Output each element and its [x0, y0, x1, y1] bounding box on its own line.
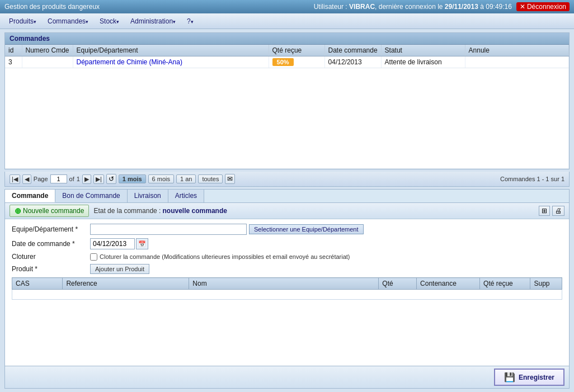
email-button[interactable]: ✉: [225, 174, 235, 184]
equipe-dept-input[interactable]: [90, 224, 247, 235]
save-icon: 💾: [504, 372, 515, 382]
form-content: Equipe/Département * Selectionner une Eq…: [5, 219, 569, 366]
refresh-button[interactable]: ↺: [106, 174, 116, 184]
title-bar-right: Utilisateur : VIBRAC, dernière connexion…: [314, 2, 570, 11]
first-page-button[interactable]: |◀: [10, 174, 20, 184]
cloturer-checkbox[interactable]: [90, 253, 97, 261]
menu-bar: Produits▾ Commandes▾ Stock▾ Administrati…: [0, 13, 574, 29]
col-nom: Nom: [189, 278, 379, 290]
chevron-down-icon: ▾: [34, 19, 36, 25]
main-content: Commandes id Numero Cmde Equipe/Départem…: [0, 29, 574, 392]
progress-badge: 50%: [272, 58, 294, 66]
menu-administration[interactable]: Administration▾: [126, 16, 180, 26]
chevron-down-icon: ▾: [86, 19, 88, 25]
col-qte-recue-prod: Qté reçue: [480, 278, 530, 290]
date-commande-label: Date de commande *: [12, 240, 90, 248]
equipe-dept-label: Equipe/Département *: [12, 225, 90, 233]
cloturer-label: Cloturer: [12, 253, 90, 261]
produit-row: Produit * Ajouter un Produit: [12, 264, 562, 274]
calendar-button[interactable]: 📅: [136, 238, 148, 249]
form-icons: ⊞ 🖨: [539, 206, 564, 216]
col-statut: Statut: [381, 45, 465, 56]
filter-1mois-button[interactable]: 1 mois: [119, 174, 146, 183]
form-status: Etat de la commande : nouvelle commande: [93, 207, 227, 215]
tab-articles[interactable]: Articles: [168, 190, 204, 202]
produit-label: Produit *: [12, 265, 90, 273]
plus-icon: ⊕: [15, 206, 21, 215]
app-title: Gestion des produits dangereux: [4, 3, 100, 11]
cell-numero: [22, 56, 73, 68]
menu-produits[interactable]: Produits▾: [4, 16, 41, 26]
col-annule: Annule: [465, 45, 568, 56]
col-qte-prod: Qté: [379, 278, 417, 290]
tab-commande[interactable]: Commande: [5, 190, 55, 202]
chevron-down-icon: ▾: [116, 19, 119, 25]
date-commande-row: Date de commande * 📅: [12, 238, 562, 249]
col-numero: Numero Cmde: [22, 45, 73, 56]
filter-1an-button[interactable]: 1 an: [176, 174, 196, 183]
col-qte: Qté reçue: [269, 45, 324, 56]
pagination-summary: Commandes 1 - 1 sur 1: [500, 176, 564, 182]
login-date: 29/11/2013: [445, 3, 478, 11]
cell-annule: [465, 56, 568, 68]
orders-header: Commandes: [5, 33, 569, 45]
dept-link[interactable]: Département de Chimie (Miné-Ana): [77, 58, 182, 66]
cell-id: 3: [5, 56, 22, 68]
username: VIBRAC: [349, 3, 375, 11]
prev-page-button[interactable]: ◀: [22, 174, 31, 184]
title-bar: Gestion des produits dangereux Utilisate…: [0, 0, 574, 13]
tab-livraison[interactable]: Livraison: [128, 190, 168, 202]
select-dept-button[interactable]: Selectionner une Equipe/Département: [249, 224, 364, 234]
of-label: of: [69, 176, 74, 182]
last-page-button[interactable]: ▶|: [93, 174, 104, 184]
logout-button[interactable]: ✕ Déconnexion: [516, 2, 570, 11]
save-button[interactable]: 💾 Enregistrer: [494, 369, 564, 386]
col-reference: Reference: [63, 278, 189, 290]
col-id: id: [5, 45, 22, 56]
table-row[interactable]: 3 Département de Chimie (Miné-Ana) 50% 0…: [5, 56, 569, 68]
chevron-down-icon: ▾: [191, 19, 194, 25]
cell-qte: 50%: [269, 56, 324, 68]
cloturer-area: Cloturer la commande (Modifications ulte…: [90, 253, 350, 261]
pagination-bar: |◀ ◀ Page of 1 ▶ ▶| ↺ 1 mois 6 mois 1 an…: [4, 172, 570, 187]
orders-table: id Numero Cmde Equipe/Département Qté re…: [5, 45, 569, 169]
filter-tous-button[interactable]: toutes: [198, 174, 223, 183]
col-contenance: Contenance: [417, 278, 480, 290]
orders-section: Commandes id Numero Cmde Equipe/Départem…: [4, 32, 570, 169]
cloturer-check-label: Cloturer la commande (Modifications ulte…: [100, 253, 350, 260]
tab-bon-de-commande[interactable]: Bon de Commande: [55, 190, 127, 202]
close-icon: ✕: [520, 3, 525, 11]
cell-statut: Attente de livraison: [381, 56, 465, 68]
col-date: Date commande: [324, 45, 381, 56]
menu-stock[interactable]: Stock▾: [95, 16, 124, 26]
products-table: CAS Reference Nom Qté Contenance Qté reç…: [12, 277, 562, 300]
filter-6mois-button[interactable]: 6 mois: [148, 174, 174, 183]
bottom-section: Commande Bon de Commande Livraison Artic…: [4, 189, 570, 389]
date-commande-input[interactable]: [90, 238, 135, 249]
form-toolbar: ⊕ Nouvelle commande Etat de la commande …: [5, 203, 569, 219]
menu-help[interactable]: ?▾: [182, 16, 198, 26]
empty-product-row: [12, 290, 562, 300]
next-page-button[interactable]: ▶: [82, 174, 91, 184]
chevron-down-icon: ▾: [173, 19, 176, 25]
cell-dept: Département de Chimie (Miné-Ana): [73, 56, 269, 68]
print-icon-button[interactable]: 🖨: [552, 206, 564, 216]
grid-icon-button[interactable]: ⊞: [539, 206, 550, 216]
user-info: Utilisateur : VIBRAC, dernière connexion…: [314, 3, 512, 11]
form-status-value: nouvelle commande: [163, 207, 227, 215]
page-label: Page: [34, 176, 48, 182]
page-input[interactable]: [50, 174, 67, 183]
tabs-bar: Commande Bon de Commande Livraison Artic…: [5, 190, 569, 203]
total-pages: 1: [77, 176, 80, 182]
col-cas: CAS: [12, 278, 63, 290]
cloturer-row: Cloturer Cloturer la commande (Modificat…: [12, 253, 562, 261]
cell-date: 04/12/2013: [324, 56, 381, 68]
new-order-button[interactable]: ⊕ Nouvelle commande: [10, 205, 89, 217]
save-bar: 💾 Enregistrer: [5, 366, 569, 388]
equipe-dept-row: Equipe/Département * Selectionner une Eq…: [12, 224, 562, 235]
col-dept: Equipe/Département: [73, 45, 269, 56]
add-product-button[interactable]: Ajouter un Produit: [90, 264, 149, 274]
col-supp: Supp: [530, 278, 562, 290]
menu-commandes[interactable]: Commandes▾: [43, 16, 93, 26]
